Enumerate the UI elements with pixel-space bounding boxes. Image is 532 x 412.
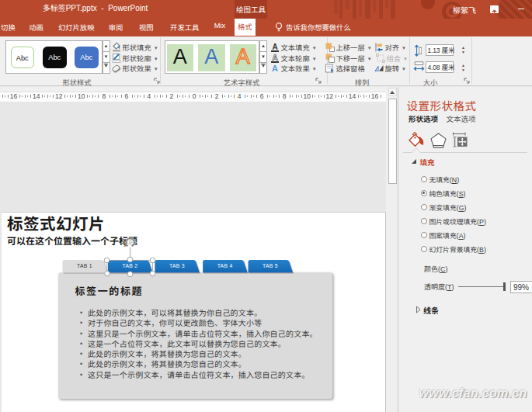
svg-text:A: A — [272, 43, 277, 51]
svg-text:A: A — [272, 64, 278, 73]
svg-text:A: A — [272, 54, 277, 62]
